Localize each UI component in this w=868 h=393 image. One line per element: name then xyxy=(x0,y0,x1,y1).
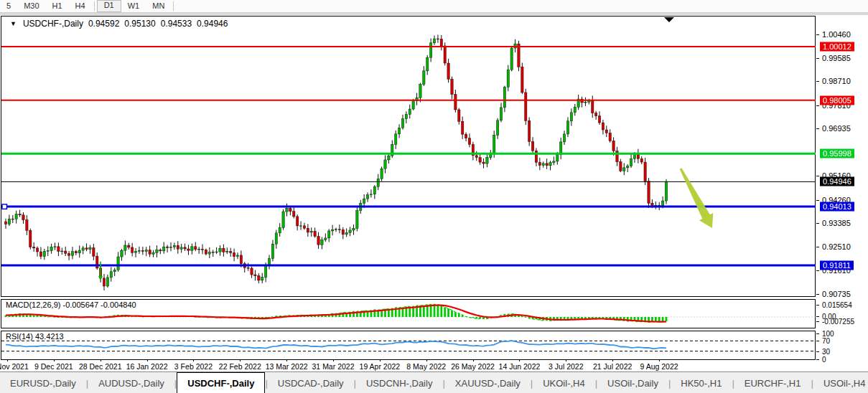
symbol-tab-eurchf[interactable]: EURCHF-,H1 xyxy=(734,372,811,393)
date-axis-label: 3 Jul 2022 xyxy=(549,362,583,371)
axis-tick-mark xyxy=(816,321,819,322)
timeframe-button-w1[interactable]: W1 xyxy=(121,1,146,11)
timeframe-button-mn[interactable]: MN xyxy=(146,1,171,11)
axis-tick-mark xyxy=(816,105,819,106)
axis-tick-mark xyxy=(816,316,819,317)
date-axis-label: 8 May 2022 xyxy=(406,362,446,371)
axis-tick-mark xyxy=(816,294,819,295)
axis-tick-mark xyxy=(816,341,819,341)
ohlc-low: 0.94533 xyxy=(161,19,192,29)
price-level-tag[interactable]: 0.94946 xyxy=(820,177,854,186)
date-axis-label: 19 Apr 2022 xyxy=(360,362,401,371)
chart-title: ▼ USDCHF-,Daily 0.94592 0.95130 0.94533 … xyxy=(10,19,228,29)
price-axis-label: 0.96935 xyxy=(822,124,851,133)
date-axis-label: 9 Dec 2021 xyxy=(34,362,73,371)
date-axis-label: 26 May 2022 xyxy=(451,362,495,371)
trading-terminal-window: 5M30H1H4D1W1MN ▼ USDCHF-,Daily 0.94592 0… xyxy=(0,0,868,393)
rsi-scale-label: 0 xyxy=(822,355,826,363)
symbol-tab-bar: EURUSD-,Daily|AUDUSD-,Daily|USDCHF-,Dail… xyxy=(0,371,868,393)
main-price-chart[interactable] xyxy=(0,15,816,297)
toolbar-separator xyxy=(173,1,174,11)
symbol-tab-eurusd[interactable]: EURUSD-,Daily xyxy=(0,372,86,393)
symbol-tab-hk50[interactable]: HK50-,H1 xyxy=(671,372,732,393)
symbol-tab-usoil[interactable]: USOil-,Daily xyxy=(597,372,668,393)
date-axis-label: 14 Jun 2022 xyxy=(499,362,541,371)
date-tick-mark xyxy=(240,359,241,361)
ohlc-high: 0.95130 xyxy=(124,19,155,29)
axis-tick-mark xyxy=(816,359,819,360)
ohlc-open: 0.94592 xyxy=(88,19,119,29)
symbol-tab-xauusd[interactable]: XAUUSD-,Daily xyxy=(445,372,531,393)
price-axis-label: 0.93385 xyxy=(822,219,851,227)
rsi-indicator-pane[interactable] xyxy=(0,331,816,360)
axis-tick-mark xyxy=(816,247,819,247)
timeframe-button-h4[interactable]: H4 xyxy=(69,1,92,11)
date-axis-label: 9 Aug 2022 xyxy=(640,362,678,371)
date-tick-mark xyxy=(473,359,474,361)
chevron-down-icon[interactable]: ▼ xyxy=(10,20,17,27)
macd-scale-label: 0.015654 xyxy=(822,301,852,309)
date-axis-label: 22 Feb 2022 xyxy=(219,362,261,371)
ohlc-close: 0.94946 xyxy=(197,19,228,29)
timeframe-toolbar: 5M30H1H4D1W1MN xyxy=(0,0,868,13)
date-tick-mark xyxy=(380,359,381,361)
symbol-tab-audusd[interactable]: AUDUSD-,Daily xyxy=(88,372,174,393)
macd-indicator-label: MACD(12,26,9) -0.005647 -0.004840 xyxy=(6,300,136,309)
axis-tick-mark xyxy=(816,34,819,35)
symbol-tab-usdcad[interactable]: USDCAD-,Daily xyxy=(268,372,354,393)
symbol-tab-usdcnh[interactable]: USDCNH-,Daily xyxy=(356,372,442,393)
date-axis-label: 21 Jul 2022 xyxy=(593,362,632,371)
date-tick-mark xyxy=(286,359,287,361)
price-level-tag[interactable]: 0.98005 xyxy=(820,95,854,105)
axis-tick-mark xyxy=(816,333,819,334)
rsi-indicator-label: RSI(14) 43.4213 xyxy=(6,332,64,341)
date-axis-label: 16 Jan 2022 xyxy=(126,362,168,371)
axis-tick-mark xyxy=(816,81,819,82)
timeframe-button-h1[interactable]: H1 xyxy=(46,1,69,11)
price-axis-label: 0.99585 xyxy=(822,54,851,62)
price-level-tag[interactable]: 0.94013 xyxy=(820,202,854,212)
price-level-tag[interactable]: 0.95998 xyxy=(820,149,854,158)
date-tick-mark xyxy=(426,359,427,361)
price-axis[interactable]: 1.004600.995850.987100.978100.969350.951… xyxy=(816,15,868,371)
date-tick-mark xyxy=(101,359,101,361)
price-axis-label: 0.90735 xyxy=(822,290,851,298)
timeframe-button-d1[interactable]: D1 xyxy=(97,0,121,12)
price-level-tag[interactable]: 1.00012 xyxy=(820,42,854,52)
date-tick-mark xyxy=(54,359,55,361)
date-axis-label: 21 Nov 2021 xyxy=(0,362,29,371)
axis-tick-mark xyxy=(816,270,819,271)
date-axis-label: 28 Dec 2021 xyxy=(79,362,122,371)
date-axis-label: 3 Feb 2022 xyxy=(174,362,213,371)
price-level-tag[interactable]: 0.91811 xyxy=(820,261,854,270)
axis-tick-mark xyxy=(816,176,819,176)
axis-tick-mark xyxy=(816,223,819,224)
date-tick-mark xyxy=(193,359,194,361)
date-axis[interactable]: 21 Nov 20219 Dec 202128 Dec 202116 Jan 2… xyxy=(0,361,816,371)
date-tick-mark xyxy=(333,359,334,361)
date-tick-mark xyxy=(147,359,148,361)
axis-tick-mark xyxy=(816,351,819,352)
symbol-tab-usdchf[interactable]: USDCHF-,Daily xyxy=(177,372,265,393)
price-axis-label: 0.98710 xyxy=(822,77,851,85)
rsi-scale-label: 30 xyxy=(822,347,830,355)
date-tick-mark xyxy=(7,359,8,361)
rsi-scale-label: 100 xyxy=(822,329,834,337)
symbol-tab-usoil[interactable]: USOil-,H4 xyxy=(813,372,868,393)
price-axis-label: 0.92510 xyxy=(822,242,851,251)
symbol-tab-ukoil[interactable]: UKOil-,H4 xyxy=(533,372,595,393)
date-tick-mark xyxy=(519,359,520,361)
timeframe-button-5[interactable]: 5 xyxy=(0,1,17,11)
timeframe-button-m30[interactable]: M30 xyxy=(17,1,45,11)
toolbar-separator xyxy=(94,1,95,11)
price-axis-label: 1.00460 xyxy=(822,30,851,39)
date-tick-mark xyxy=(612,359,613,361)
axis-tick-mark xyxy=(816,128,819,129)
axis-tick-mark xyxy=(816,58,819,59)
macd-scale-label: -0.007255 xyxy=(822,318,854,326)
axis-tick-mark xyxy=(816,200,819,201)
date-tick-mark xyxy=(566,359,566,361)
axis-tick-mark xyxy=(816,305,819,306)
date-tick-mark xyxy=(659,359,660,361)
date-axis-label: 13 Mar 2022 xyxy=(266,362,308,371)
